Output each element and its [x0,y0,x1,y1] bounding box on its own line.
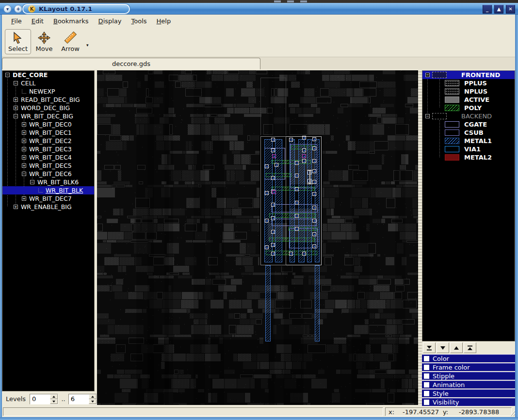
tree-item-wr_bit_dec3[interactable]: +WR_BIT_DEC3 [2,145,94,153]
menu-tools[interactable]: Tools [127,16,151,26]
section-bar-style[interactable]: Style [422,389,515,397]
tree-item-newexp[interactable]: NEWEXP [2,87,94,96]
resize-grip-icon[interactable] [508,407,515,416]
shade-window-button[interactable]: ▾ [3,5,12,13]
layer-row-active[interactable]: ACTIVE [422,96,515,104]
collapse-icon[interactable]: − [30,180,34,184]
levels-to-up-button[interactable] [89,394,97,399]
tree-item-dec_core[interactable]: −DEC_CORE [2,71,94,79]
menu-help[interactable]: Help [152,16,176,26]
section-checkbox[interactable] [424,373,429,379]
section-bar-color[interactable]: Color [422,355,515,362]
section-checkbox[interactable] [424,391,429,396]
sticky-window-button[interactable]: + [14,5,22,13]
maximize-button[interactable]: ▲ [494,5,503,14]
layers-list[interactable]: −FRONTENDPPLUSNPLUSACTIVEPOLY−BACKENDCGA… [422,70,515,341]
layer-swatch-csub[interactable] [445,129,459,136]
collapse-icon[interactable]: − [425,73,430,77]
tree-item-wr_bit_dec0[interactable]: +WR_BIT_DEC0 [2,120,94,129]
section-bar-animation[interactable]: Animation [422,381,515,388]
layer-swatch-poly[interactable] [445,105,459,111]
tree-item-wr_bit_dec1[interactable]: +WR_BIT_DEC1 [2,129,94,137]
tree-item-wr_bit_dec4[interactable]: +WR_BIT_DEC4 [2,153,94,162]
tree-item-cell[interactable]: −CELL [2,79,94,87]
layer-swatch-nplus[interactable] [445,88,459,95]
tab-deccore-gds[interactable]: deccore.gds [2,58,260,69]
move-layer-up-button[interactable] [450,342,463,353]
collapse-icon[interactable]: − [14,114,18,118]
menu-display[interactable]: Display [94,16,126,26]
levels-to-down-button[interactable] [89,399,97,404]
section-checkbox[interactable] [424,400,429,405]
tree-item-wr_bit_blk6[interactable]: −WR_BIT_BLK6 [2,178,94,186]
layer-row-frontend[interactable]: −FRONTEND [422,71,515,79]
expand-icon[interactable]: + [22,122,26,127]
move-layer-down-button[interactable] [437,342,449,353]
move-tool-button[interactable]: Move [31,29,57,54]
layer-swatch-pplus[interactable] [445,80,459,86]
layer-row-metal2[interactable]: METAL2 [422,153,515,162]
expand-icon[interactable]: + [14,106,18,110]
levels-from-up-button[interactable] [50,394,58,399]
section-checkbox[interactable] [424,365,429,370]
expand-icon[interactable]: + [22,163,26,168]
panel-splitter[interactable] [418,70,422,405]
collapse-icon[interactable]: − [22,172,26,176]
expand-icon[interactable]: + [22,147,26,151]
tree-item-wr_bit_dec2[interactable]: +WR_BIT_DEC2 [2,137,94,145]
tree-item-wr_bit_dec6[interactable]: −WR_BIT_DEC6 [2,170,94,178]
menu-bookmarks[interactable]: Bookmarks [49,16,93,26]
layer-swatch-frontend[interactable] [432,72,447,78]
cell-hierarchy-panel[interactable]: −DEC_CORE−CELLNEWEXP+READ_BIT_DEC_BIG+WO… [2,70,95,391]
minimize-button[interactable]: _ [483,5,492,14]
levels-from-input[interactable] [30,395,51,403]
collapse-icon[interactable]: − [425,114,430,118]
expand-icon[interactable]: + [14,205,18,209]
levels-from-spinbox[interactable] [30,394,58,404]
section-checkbox[interactable] [424,382,429,388]
layer-row-backend[interactable]: −BACKEND [422,112,515,120]
levels-to-input[interactable] [69,395,90,403]
move-layer-to-top-button[interactable] [464,342,476,353]
levels-from-down-button[interactable] [50,399,58,404]
layer-row-nplus[interactable]: NPLUS [422,87,515,96]
tree-item-wr_bit_dec5[interactable]: +WR_BIT_DEC5 [2,162,94,170]
layer-swatch-cgate[interactable] [445,121,459,128]
section-bar-frame-color[interactable]: Frame color [422,363,515,371]
collapse-icon[interactable]: − [5,73,10,77]
layer-swatch-active[interactable] [445,97,459,103]
titlebar[interactable]: ▾ + K KLayout 0.17.1 _ ▲ ✕ [0,3,518,15]
tree-item-wr_enable_big[interactable]: +WR_ENABLE_BIG [2,203,94,211]
move-layer-to-bottom-button[interactable] [423,342,436,353]
section-bar-stipple[interactable]: Stipple [422,372,515,380]
levels-to-spinbox[interactable] [68,394,97,404]
tree-item-read_bit_dec_big[interactable]: +READ_BIT_DEC_BIG [2,96,94,104]
expand-icon[interactable]: + [22,130,26,135]
layer-row-pplus[interactable]: PPLUS [422,79,515,87]
arrow-tool-button[interactable]: Arrow [57,29,83,54]
layer-row-csub[interactable]: CSUB [422,129,515,137]
tree-item-word_dec_big[interactable]: +WORD_DEC_BIG [2,104,94,112]
section-bar-visibility[interactable]: Visibility [422,398,515,406]
expand-icon[interactable]: + [22,139,26,143]
expand-icon[interactable]: + [22,155,26,160]
layer-row-poly[interactable]: POLY [422,104,515,112]
layer-row-cgate[interactable]: CGATE [422,120,515,129]
layout-viewport[interactable] [97,70,418,405]
select-tool-button[interactable]: Select [5,29,31,54]
close-button[interactable]: ✕ [506,5,515,14]
collapse-icon[interactable]: − [14,81,18,85]
layer-row-via1[interactable]: VIA1 [422,145,515,153]
section-checkbox[interactable] [424,356,429,361]
tree-item-wr_bit_blk[interactable]: WR_BIT_BLK [2,186,94,194]
layer-row-metal1[interactable]: METAL1 [422,137,515,145]
menu-file[interactable]: File [7,16,26,26]
layer-swatch-metal2[interactable] [445,154,459,161]
layer-swatch-backend[interactable] [432,113,447,119]
expand-icon[interactable]: + [14,97,18,102]
layer-swatch-metal1[interactable] [445,138,459,144]
toolbar-overflow-button[interactable]: ▾ [86,43,89,48]
tree-item-wr_bit_dec_big[interactable]: −WR_BIT_DEC_BIG [2,112,94,120]
layer-swatch-via1[interactable] [445,146,459,152]
menu-edit[interactable]: Edit [27,16,48,26]
